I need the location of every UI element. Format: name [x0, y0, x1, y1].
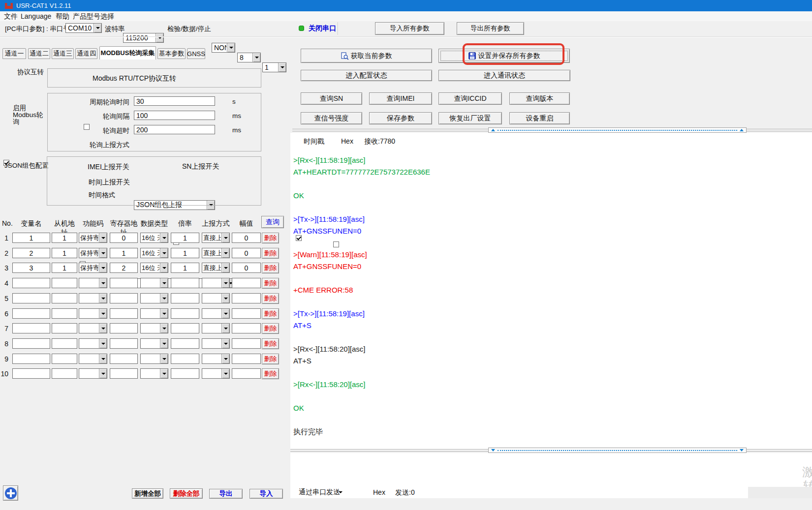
cycle-time-input[interactable]: 30: [134, 96, 215, 106]
var-name-input[interactable]: [12, 278, 50, 288]
ratio-input[interactable]: [171, 293, 199, 303]
var-name-input[interactable]: [12, 323, 50, 333]
slave-addr-input[interactable]: [52, 368, 77, 379]
send-input-area[interactable]: [290, 453, 812, 498]
amp-input[interactable]: [232, 323, 261, 333]
report-mode-select[interactable]: [202, 338, 230, 349]
tab-channel-3[interactable]: 通道三: [52, 48, 74, 59]
ratio-input[interactable]: [171, 308, 199, 319]
reg-addr-input[interactable]: [110, 278, 138, 288]
reg-addr-input[interactable]: 0: [110, 233, 138, 243]
chevron-down-icon[interactable]: [339, 491, 343, 493]
reg-addr-input[interactable]: [110, 323, 138, 333]
ratio-input[interactable]: [171, 354, 199, 364]
delete-row-button[interactable]: 删除: [262, 278, 279, 289]
tab-channel-1[interactable]: 通道一: [2, 48, 26, 59]
splitter-handle-bottom[interactable]: [488, 448, 747, 453]
poll-interval-input[interactable]: 100: [134, 111, 215, 120]
close-port-button[interactable]: 关闭串口: [309, 24, 336, 33]
amp-input[interactable]: [232, 278, 261, 288]
query-imei-button[interactable]: 查询IMEI: [369, 92, 432, 105]
report-mode-select[interactable]: [202, 293, 230, 303]
reg-addr-input[interactable]: [110, 293, 138, 303]
slave-addr-input[interactable]: [52, 293, 77, 303]
amp-input[interactable]: 0: [232, 263, 261, 273]
chevron-down-icon[interactable]: [94, 24, 101, 32]
tab-basic-params[interactable]: 基本参数: [157, 48, 186, 59]
add-all-button[interactable]: 新增全部: [132, 488, 163, 499]
tab-channel-4[interactable]: 通道四: [75, 48, 97, 59]
ratio-input[interactable]: [171, 338, 199, 349]
report-mode-select[interactable]: [202, 278, 230, 288]
enter-comm-button[interactable]: 进入通讯状态: [438, 70, 570, 81]
data-type-select[interactable]: 16位 无符号: [140, 263, 168, 273]
data-type-select[interactable]: [140, 338, 168, 349]
menu-product-model[interactable]: 产品型号选择: [73, 12, 114, 21]
tab-gnss[interactable]: GNSS: [187, 48, 205, 59]
data-type-select[interactable]: [140, 278, 168, 288]
amp-input[interactable]: [232, 293, 261, 303]
data-type-select[interactable]: 16位 无符号: [140, 233, 168, 243]
slave-addr-input[interactable]: [52, 354, 77, 364]
save-params-button[interactable]: 保存参数: [369, 112, 432, 124]
query-button[interactable]: 查询: [261, 216, 284, 228]
query-version-button[interactable]: 查询版本: [509, 92, 570, 105]
ratio-input[interactable]: [171, 368, 199, 379]
amp-input[interactable]: [232, 368, 261, 379]
reg-addr-input[interactable]: 1: [110, 248, 138, 258]
databits-select[interactable]: 8: [237, 53, 261, 62]
query-sn-button[interactable]: 查询SN: [301, 92, 362, 105]
func-code-select[interactable]: [79, 368, 107, 379]
func-code-select[interactable]: [79, 293, 107, 303]
func-code-select[interactable]: 保持寄存器: [79, 248, 107, 258]
slave-addr-input[interactable]: 1: [52, 248, 77, 258]
reg-addr-input[interactable]: [110, 338, 138, 349]
var-name-input[interactable]: [12, 308, 50, 319]
menu-file[interactable]: 文件: [4, 12, 18, 21]
delete-row-button[interactable]: 删除: [262, 338, 279, 349]
reg-addr-input[interactable]: [110, 308, 138, 319]
report-mode-select[interactable]: 直接上报: [202, 233, 230, 243]
chevron-down-icon[interactable]: [278, 63, 286, 72]
reg-addr-input[interactable]: [110, 368, 138, 379]
get-params-button[interactable]: 获取当前参数: [301, 49, 432, 63]
func-code-select[interactable]: 保持寄存器: [79, 263, 107, 273]
ratio-input[interactable]: 1: [171, 248, 199, 258]
amp-input[interactable]: [232, 308, 261, 319]
chevron-down-icon[interactable]: [156, 33, 163, 42]
ratio-input[interactable]: [171, 278, 199, 288]
func-code-select[interactable]: [79, 354, 107, 364]
amp-input[interactable]: [232, 354, 261, 364]
com-port-select[interactable]: COM10: [65, 23, 102, 33]
import-all-params-button[interactable]: 导入所有参数: [375, 22, 444, 35]
func-code-select[interactable]: 保持寄存器: [79, 233, 107, 243]
report-mode-select[interactable]: 直接上报: [202, 248, 230, 258]
delete-row-button[interactable]: 删除: [262, 323, 279, 334]
slave-addr-input[interactable]: [52, 323, 77, 333]
ratio-input[interactable]: 1: [171, 263, 199, 273]
slave-addr-input[interactable]: 1: [52, 263, 77, 273]
func-code-select[interactable]: [79, 278, 107, 288]
tab-channel-2[interactable]: 通道二: [28, 48, 50, 59]
ratio-input[interactable]: 1: [171, 233, 199, 243]
send-via-serial-dropdown[interactable]: 通过串口发送: [299, 488, 340, 497]
delete-row-button[interactable]: 删除: [262, 308, 279, 319]
amp-input[interactable]: 0: [232, 248, 261, 258]
log-text[interactable]: >[Rx<-][11:58:19][asc] AT+HEARTDT=777777…: [293, 156, 810, 439]
slave-addr-input[interactable]: 1: [52, 233, 77, 243]
var-name-input[interactable]: 1: [12, 233, 50, 243]
report-mode-select[interactable]: [202, 354, 230, 364]
var-name-input[interactable]: [12, 368, 50, 379]
chevron-down-icon[interactable]: [227, 43, 235, 52]
export-button[interactable]: 导出: [209, 489, 243, 499]
menu-language[interactable]: Language: [21, 12, 51, 20]
data-type-select[interactable]: [140, 368, 168, 379]
tab-modbus-poll[interactable]: MODBUS轮询采集: [99, 46, 156, 60]
query-signal-button[interactable]: 查信号强度: [301, 112, 362, 124]
var-name-input[interactable]: [12, 293, 50, 303]
delete-row-button[interactable]: 删除: [262, 248, 279, 259]
slave-addr-input[interactable]: [52, 338, 77, 349]
slave-addr-input[interactable]: [52, 308, 77, 319]
func-code-select[interactable]: [79, 338, 107, 349]
report-mode-select[interactable]: [202, 323, 230, 333]
